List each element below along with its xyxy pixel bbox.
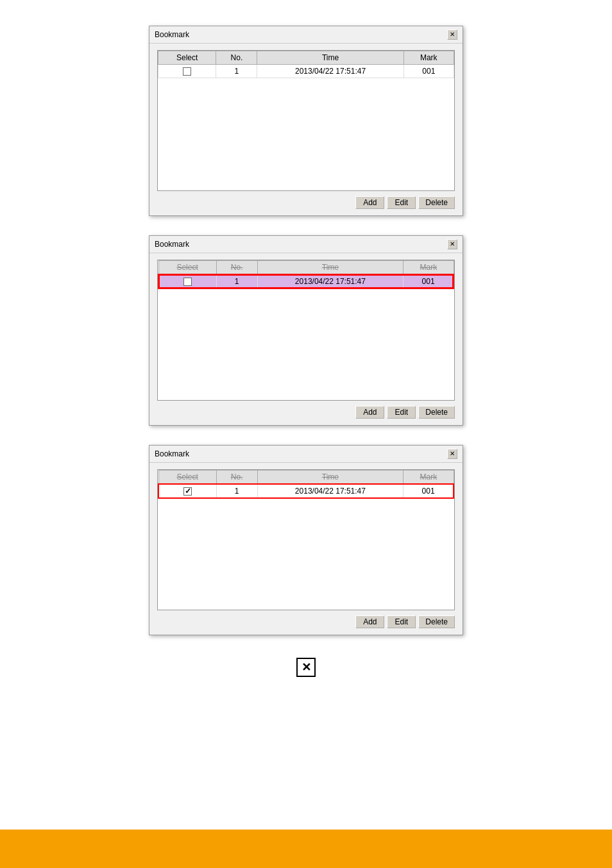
col-header-mark: Mark — [404, 51, 454, 65]
dialog-3-table-wrapper: Select No. Time Mark 1 2013/04/22 1 — [157, 469, 455, 610]
edit-button[interactable]: Edit — [387, 196, 416, 209]
col-header-no: No. — [216, 51, 257, 65]
dialog-2-titlebar: Bookmark ✕ — [149, 236, 463, 253]
table-header-row: Select No. Time Mark — [158, 471, 454, 485]
dialog-2-buttons: Add Edit Delete — [157, 406, 455, 419]
cell-time: 2013/04/22 17:51:47 — [257, 65, 404, 78]
checkbox-unchecked[interactable] — [183, 278, 192, 286]
empty-area — [158, 78, 454, 191]
bookmark-dialog-2: Bookmark ✕ Select No. Time Mark — [149, 235, 463, 426]
col-header-time: Time — [257, 471, 404, 485]
cell-no: 1 — [216, 274, 257, 288]
table-row[interactable]: 1 2013/04/22 17:51:47 001 — [158, 65, 454, 78]
add-button[interactable]: Add — [355, 196, 384, 209]
table-row[interactable]: 1 2013/04/22 17:51:47 001 — [158, 484, 454, 498]
dialog-3-title: Bookmark — [155, 449, 189, 458]
dialog-3-titlebar: Bookmark ✕ — [149, 446, 463, 463]
cell-mark: 001 — [404, 65, 454, 78]
dialog-2-title: Bookmark — [155, 240, 189, 249]
dialog-1-table-wrapper: Select No. Time Mark 1 2013/04/22 1 — [157, 50, 455, 191]
dialog-3-body: Select No. Time Mark 1 2013/04/22 1 — [149, 463, 463, 635]
col-header-no: No. — [216, 471, 257, 485]
col-header-select: Select — [158, 471, 216, 485]
cell-checkbox[interactable] — [158, 274, 216, 288]
orange-bar — [0, 830, 612, 868]
x-icon-wrapper: ✕ — [296, 658, 316, 677]
delete-button[interactable]: Delete — [418, 196, 455, 209]
col-header-select: Select — [158, 261, 216, 275]
col-header-no: No. — [216, 261, 257, 275]
x-icon: ✕ — [302, 660, 311, 674]
cell-time: 2013/04/22 17:51:47 — [257, 484, 404, 498]
col-header-time: Time — [257, 51, 404, 65]
cell-checkbox[interactable] — [158, 65, 216, 78]
x-icon-box: ✕ — [296, 658, 316, 677]
dialog-3-close-button[interactable]: ✕ — [447, 449, 457, 459]
dialog-1-close-button[interactable]: ✕ — [447, 29, 457, 40]
edit-button[interactable]: Edit — [387, 406, 416, 419]
cell-checkbox[interactable] — [158, 484, 216, 498]
dialog-3-table: Select No. Time Mark 1 2013/04/22 1 — [158, 470, 454, 499]
dialog-1-buttons: Add Edit Delete — [157, 196, 455, 209]
dialog-1-table: Select No. Time Mark 1 2013/04/22 1 — [158, 51, 454, 78]
dialog-1-titlebar: Bookmark ✕ — [149, 26, 463, 44]
table-header-row: Select No. Time Mark — [158, 51, 454, 65]
dialog-2-body: Select No. Time Mark 1 2013/04/22 1 — [149, 253, 463, 425]
checkbox-checked[interactable] — [183, 487, 192, 496]
checkbox-unchecked[interactable] — [183, 67, 191, 76]
dialog-1-body: Select No. Time Mark 1 2013/04/22 1 — [149, 44, 463, 215]
col-header-time: Time — [257, 261, 404, 275]
add-button[interactable]: Add — [355, 406, 384, 419]
bookmark-dialog-1: Bookmark ✕ Select No. Time Mark — [149, 26, 463, 216]
table-header-row: Select No. Time Mark — [158, 261, 454, 275]
bookmark-dialog-3: Bookmark ✕ Select No. Time Mark — [149, 445, 463, 635]
dialog-2-table: Select No. Time Mark 1 2013/04/22 1 — [158, 260, 454, 289]
dialog-2-table-wrapper: Select No. Time Mark 1 2013/04/22 1 — [157, 260, 455, 401]
empty-area — [158, 289, 454, 401]
col-header-mark: Mark — [404, 471, 454, 485]
add-button[interactable]: Add — [355, 615, 384, 628]
cell-mark: 001 — [404, 274, 454, 288]
col-header-mark: Mark — [404, 261, 454, 275]
dialog-1-title: Bookmark — [155, 30, 189, 39]
dialog-2-close-button[interactable]: ✕ — [447, 239, 457, 249]
delete-button[interactable]: Delete — [418, 406, 455, 419]
cell-mark: 001 — [404, 484, 454, 498]
col-header-select: Select — [158, 51, 216, 65]
cell-time: 2013/04/22 17:51:47 — [257, 274, 404, 288]
cell-no: 1 — [216, 484, 257, 498]
table-row[interactable]: 1 2013/04/22 17:51:47 001 — [158, 274, 454, 288]
cell-no: 1 — [216, 65, 257, 78]
empty-area — [158, 499, 454, 610]
edit-button[interactable]: Edit — [387, 615, 416, 628]
delete-button[interactable]: Delete — [418, 615, 455, 628]
dialog-3-buttons: Add Edit Delete — [157, 615, 455, 628]
